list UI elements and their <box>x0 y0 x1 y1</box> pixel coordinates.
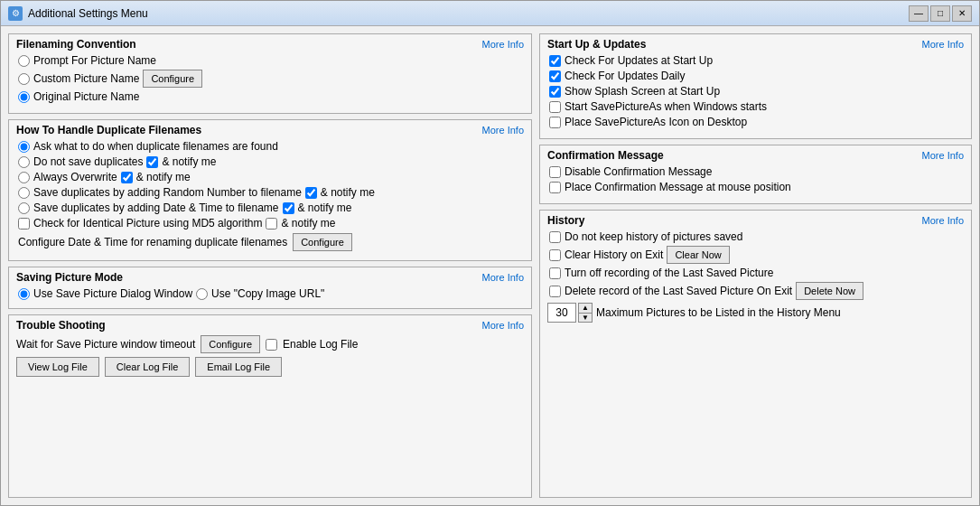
troubleshoot-more-info[interactable]: More Info <box>482 320 524 331</box>
splash-screen-check[interactable] <box>549 86 561 98</box>
startup-desktop-row: Place SavePictureAs Icon on Desktop <box>547 116 964 128</box>
no-last-row: Turn off recording of the Last Saved Pic… <box>547 267 964 279</box>
disable-conf-label: Disable Confirmation Message <box>565 165 712 178</box>
email-log-button[interactable]: Email Log File <box>195 357 282 377</box>
radio-prompt-input[interactable] <box>18 55 30 67</box>
filenaming-title: Filenaming Convention <box>16 38 136 51</box>
win-start-check[interactable] <box>549 101 561 113</box>
radio-original-input[interactable] <box>18 91 30 103</box>
dup-md5-notify-check[interactable] <box>266 218 277 230</box>
disable-conf-row: Disable Confirmation Message <box>547 165 964 178</box>
delete-last-check[interactable] <box>549 286 561 297</box>
startup-section: Start Up & Updates More Info Check For U… <box>539 33 972 139</box>
startup-title: Start Up & Updates <box>547 38 646 51</box>
confirmation-more-info[interactable]: More Info <box>922 150 964 161</box>
check-updates-daily-check[interactable] <box>549 70 561 82</box>
saving-title: Saving Picture Mode <box>16 271 123 284</box>
dup-random-notify-check[interactable] <box>305 187 317 199</box>
dup-datetime-label: Save duplicates by adding Date & Time to… <box>33 201 279 214</box>
spinner-down-button[interactable]: ▼ <box>578 313 593 323</box>
dup-datetime-notify-label: & notify me <box>298 201 352 214</box>
saving-dialog-label: Use Save Picture Dialog Window <box>33 287 192 300</box>
no-history-row: Do not keep history of pictures saved <box>547 230 964 243</box>
dup-md5-notify-label: & notify me <box>281 217 335 230</box>
duplicates-title: How To Handle Duplicate Filenames <box>16 124 201 136</box>
startup-check-daily-row: Check For Updates Daily <box>547 70 964 82</box>
dup-overwrite-label: Always Overwrite <box>33 171 117 183</box>
close-button[interactable]: ✕ <box>952 5 972 22</box>
enable-log-check[interactable] <box>266 339 277 351</box>
check-updates-start-label: Check For Updates at Start Up <box>565 54 713 67</box>
maximize-button[interactable]: □ <box>930 5 950 22</box>
right-panel: Start Up & Updates More Info Check For U… <box>539 33 972 498</box>
startup-header: Start Up & Updates More Info <box>547 38 964 51</box>
filenaming-more-info[interactable]: More Info <box>482 39 524 50</box>
app-icon: ⚙ <box>8 6 23 21</box>
dup-nodup-radio[interactable] <box>18 156 30 168</box>
check-updates-start-check[interactable] <box>549 55 561 67</box>
datetime-configure-label: Configure Date & Time for renaming dupli… <box>18 236 287 248</box>
dup-overwrite-notify-check[interactable] <box>121 172 133 183</box>
dup-datetime-notify-check[interactable] <box>283 202 294 214</box>
dup-overwrite-radio[interactable] <box>18 172 30 183</box>
history-header: History More Info <box>547 214 964 227</box>
delete-last-row: Delete record of the Last Saved Picture … <box>547 282 964 300</box>
title-bar-left: ⚙ Additional Settings Menu <box>8 6 148 21</box>
history-section: History More Info Do not keep history of… <box>539 210 972 498</box>
max-history-spinner: ▲ ▼ <box>547 303 593 323</box>
clear-exit-label: Clear History on Exit <box>565 248 663 261</box>
view-log-button[interactable]: View Log File <box>16 357 99 377</box>
max-history-input[interactable] <box>547 303 576 323</box>
timeout-configure-button[interactable]: Configure <box>201 335 260 353</box>
disable-conf-check[interactable] <box>549 166 561 178</box>
saving-dialog-radio[interactable] <box>18 288 30 300</box>
troubleshoot-section: Trouble Shooting More Info Wait for Save… <box>8 314 532 498</box>
dup-nodup-notify-label: & notify me <box>162 155 216 168</box>
timeout-label: Wait for Save Picture window timeout <box>16 338 195 351</box>
no-history-check[interactable] <box>549 231 561 243</box>
startup-splash-row: Show Splash Screen at Start Up <box>547 85 964 98</box>
mouse-pos-check[interactable] <box>549 182 561 193</box>
no-last-label: Turn off recording of the Last Saved Pic… <box>565 267 773 279</box>
clear-log-button[interactable]: Clear Log File <box>105 357 190 377</box>
duplicates-section: How To Handle Duplicate Filenames More I… <box>8 119 532 261</box>
clear-now-button[interactable]: Clear Now <box>667 246 729 264</box>
radio-custom-input[interactable] <box>18 73 30 85</box>
dup-md5-row: Check for Identical Picture using MD5 al… <box>16 217 524 230</box>
history-title: History <box>547 214 584 227</box>
spinner-arrows: ▲ ▼ <box>578 303 593 323</box>
duplicates-header: How To Handle Duplicate Filenames More I… <box>16 124 524 136</box>
splash-screen-label: Show Splash Screen at Start Up <box>565 85 720 98</box>
minimize-button[interactable]: — <box>909 5 929 22</box>
no-history-label: Do not keep history of pictures saved <box>565 230 742 243</box>
troubleshoot-title: Trouble Shooting <box>16 319 106 332</box>
no-last-check[interactable] <box>549 267 561 279</box>
dup-md5-check[interactable] <box>18 218 30 230</box>
dup-random-radio[interactable] <box>18 187 30 199</box>
custom-configure-button[interactable]: Configure <box>143 70 202 88</box>
startup-more-info[interactable]: More Info <box>922 39 964 50</box>
confirmation-section: Confirmation Message More Info Disable C… <box>539 145 972 204</box>
dup-datetime-radio[interactable] <box>18 202 30 214</box>
clear-exit-check[interactable] <box>549 249 561 261</box>
spinner-up-button[interactable]: ▲ <box>578 303 593 313</box>
window-controls: — □ ✕ <box>909 5 972 22</box>
clear-exit-row: Clear History on Exit Clear Now <box>547 246 964 264</box>
saving-more-info[interactable]: More Info <box>482 272 524 283</box>
duplicates-more-info[interactable]: More Info <box>482 125 524 136</box>
confirmation-header: Confirmation Message More Info <box>547 149 964 162</box>
timeout-row: Wait for Save Picture window timeout Con… <box>16 335 524 353</box>
saving-copy-radio[interactable] <box>196 288 208 300</box>
startup-check-updates-row: Check For Updates at Start Up <box>547 54 964 67</box>
datetime-configure-button[interactable]: Configure <box>293 233 352 251</box>
desktop-icon-label: Place SavePictureAs Icon on Desktop <box>565 116 747 128</box>
desktop-icon-check[interactable] <box>549 117 561 128</box>
radio-original-label: Original Picture Name <box>33 90 139 103</box>
delete-now-button[interactable]: Delete Now <box>796 282 863 300</box>
dup-nodup-notify-check[interactable] <box>146 156 158 168</box>
radio-original: Original Picture Name <box>16 90 524 103</box>
history-more-info[interactable]: More Info <box>922 215 964 226</box>
log-buttons: View Log File Clear Log File Email Log F… <box>16 357 524 377</box>
datetime-configure-row: Configure Date & Time for renaming dupli… <box>18 233 524 251</box>
dup-ask-radio[interactable] <box>18 141 30 153</box>
